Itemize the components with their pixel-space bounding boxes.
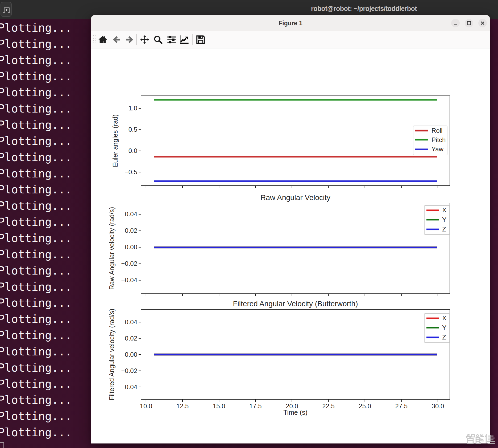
xtick-label: 17.5	[249, 403, 262, 410]
customize-icon	[179, 34, 189, 45]
save-button[interactable]	[195, 34, 206, 45]
legend-label: Pitch	[431, 136, 446, 143]
figure-toolbar	[91, 31, 490, 48]
xtick-label: 27.5	[395, 403, 408, 410]
pan-button[interactable]	[139, 34, 151, 45]
legend-label: Y	[442, 216, 446, 223]
ytick-label: −0.5	[125, 168, 137, 176]
terminal-window-title: robot@robot: ~/projects/toddlerbot	[311, 5, 417, 13]
minimize-icon	[451, 19, 460, 27]
figure-plot-area[interactable]: 1.00.50.0−0.5Euler angles (rad)RollPitch…	[91, 48, 490, 443]
minimize-button[interactable]	[451, 19, 460, 27]
toolbar-separator	[136, 34, 137, 45]
x-axis-label: Time (s)	[283, 409, 308, 416]
ytick-label: 0.00	[125, 243, 137, 251]
legend-label: X	[442, 314, 446, 322]
ytick-label: −0.02	[121, 260, 137, 267]
xtick-label: 30.0	[432, 403, 444, 410]
forward-button[interactable]	[124, 34, 135, 45]
maximize-icon	[465, 19, 473, 27]
subplot-title: Raw Angular Velocity	[260, 193, 330, 202]
legend-label: Yaw	[431, 146, 444, 153]
ytick-label: 0.04	[125, 318, 137, 326]
ytick-label: 0.04	[125, 210, 137, 218]
ytick-label: −0.04	[121, 383, 137, 391]
close-icon	[478, 19, 487, 27]
customize-button[interactable]	[178, 34, 190, 45]
ytick-label: 0.0	[128, 147, 137, 154]
ytick-label: 0.02	[125, 227, 137, 234]
xtick-label: 12.5	[176, 403, 189, 410]
figure-window: Figure 1	[91, 15, 490, 443]
y-axis-label: Raw Angular velocity (rad/s)	[108, 207, 115, 290]
new-tab-button[interactable]	[1, 2, 12, 17]
xtick-label: 10.0	[140, 403, 152, 410]
ytick-label: −0.02	[121, 367, 137, 374]
forward-arrow-icon	[125, 35, 134, 44]
subplots-icon	[167, 35, 176, 44]
home-button[interactable]	[97, 34, 109, 45]
zoom-icon	[153, 35, 163, 45]
legend-label: Z	[442, 334, 446, 341]
zoom-button[interactable]	[152, 34, 164, 45]
ytick-label: 0.00	[125, 351, 137, 358]
ytick-label: 1.0	[128, 105, 137, 112]
home-icon	[98, 35, 107, 44]
save-icon	[196, 35, 205, 44]
y-axis-label: Euler angles (rad)	[111, 114, 119, 167]
axes-frame	[141, 96, 450, 186]
xtick-label: 22.5	[322, 403, 335, 410]
toolbar-separator	[192, 34, 193, 45]
watermark-logo	[465, 433, 498, 444]
xtick-label: 15.0	[213, 403, 225, 410]
xtick-label: 25.0	[359, 403, 371, 410]
back-button[interactable]	[111, 34, 122, 45]
legend-label: Y	[442, 324, 446, 331]
ytick-label: 0.5	[128, 126, 137, 133]
subplot-title: Filtered Angular Velocity (Butterworth)	[233, 300, 358, 308]
legend-label: Roll	[431, 127, 442, 134]
figure-window-title: Figure 1	[279, 19, 302, 27]
terminal-output: Plotting... Plotting... Plotting... Plot…	[0, 20, 72, 441]
y-axis-label: Filtered Angular velocity (rad/s)	[108, 309, 115, 400]
ytick-label: −0.04	[121, 276, 137, 284]
pan-icon	[140, 35, 150, 45]
maximize-button[interactable]	[465, 19, 473, 27]
figure-titlebar[interactable]: Figure 1	[91, 15, 490, 31]
back-arrow-icon	[112, 35, 121, 44]
legend-label: Z	[442, 226, 446, 233]
new-tab-icon	[2, 6, 11, 14]
ytick-label: 0.02	[125, 335, 137, 342]
terminal-cursor	[0, 442, 4, 448]
close-button[interactable]	[478, 19, 487, 27]
subplots-button[interactable]	[166, 34, 177, 45]
toolbar-grip[interactable]	[92, 35, 96, 45]
legend-label: X	[442, 206, 446, 214]
